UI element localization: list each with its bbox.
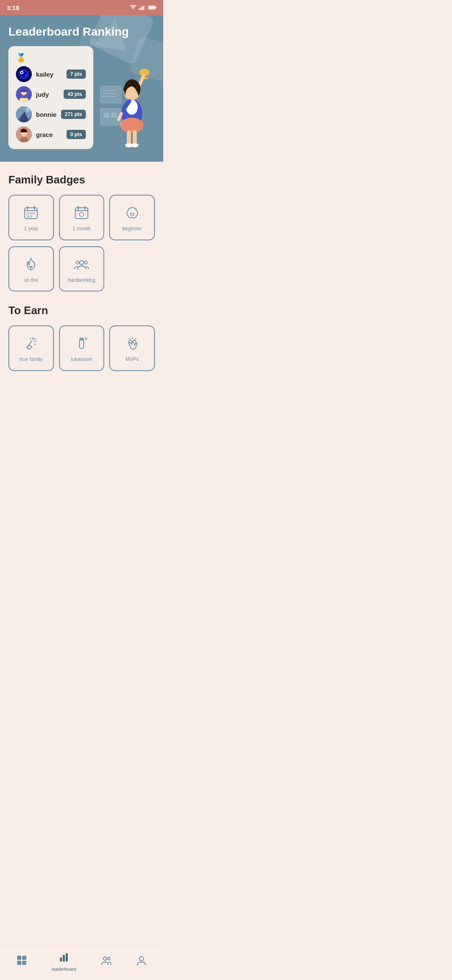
svg-point-12 (21, 72, 22, 72)
svg-line-79 (135, 338, 136, 339)
player-name-judy: judy (36, 91, 59, 98)
badge-1month[interactable]: 1 month (59, 195, 105, 240)
svg-point-73 (33, 338, 35, 339)
svg-rect-58 (75, 208, 88, 219)
crown-icon: 🏅 (16, 53, 86, 63)
svg-point-38 (131, 143, 139, 147)
leaderboard-card: 🏅 kailey 7 pts (8, 46, 93, 149)
paws-icon (74, 257, 89, 274)
svg-rect-57 (30, 215, 32, 217)
svg-line-78 (129, 338, 130, 339)
pts-bonnie: 271 pts (61, 110, 86, 119)
svg-rect-36 (133, 130, 137, 145)
svg-point-72 (35, 344, 36, 345)
svg-rect-53 (27, 212, 29, 214)
badge-hardworking[interactable]: hardworking (59, 246, 105, 292)
svg-rect-42 (100, 86, 121, 103)
party-icon (23, 336, 39, 353)
badge-truefamily-label: true family (20, 356, 43, 362)
svg-point-67 (84, 261, 87, 264)
leaderboard-title: Leaderboard Ranking (8, 25, 155, 39)
svg-rect-1 (141, 7, 142, 10)
calendar-year-icon (23, 205, 39, 222)
leaderboard-section: Leaderboard Ranking 🏅 kailey 7 pts (0, 15, 163, 162)
svg-rect-5 (156, 7, 157, 8)
badge-lukewarm[interactable]: lukewarm (59, 325, 105, 371)
family-badges-grid-row1: 1 year 1 month (8, 195, 155, 240)
badge-truefamily[interactable]: true family (8, 325, 54, 371)
pts-kailey: 7 pts (67, 70, 86, 79)
svg-rect-75 (80, 339, 84, 348)
wifi-icon (130, 5, 136, 10)
signal-icon (139, 5, 146, 10)
svg-rect-55 (33, 212, 35, 214)
leaderboard-row-bonnie: bonnie 271 pts (16, 106, 86, 122)
family-badges-grid-row2: on fire hardworking (8, 246, 155, 292)
status-icons (130, 5, 157, 10)
svg-point-64 (133, 213, 134, 214)
bottom-padding (8, 379, 155, 413)
avatar-judy (16, 86, 32, 102)
badge-1year[interactable]: 1 year (8, 195, 54, 240)
player-name-grace: grace (36, 131, 62, 138)
leaderboard-row-judy: judy 43 pts (16, 86, 86, 102)
fire-icon (23, 257, 39, 274)
badge-hardworking-label: hardworking (68, 277, 95, 283)
badge-onfire-label: on fire (24, 277, 38, 283)
badge-onfire[interactable]: on fire (8, 246, 54, 292)
status-time: 3:18 (7, 4, 19, 11)
svg-point-74 (36, 340, 37, 340)
svg-rect-6 (149, 7, 155, 9)
to-earn-title: To Earn (8, 304, 155, 317)
svg-rect-2 (142, 6, 144, 10)
svg-line-71 (30, 338, 31, 339)
svg-rect-0 (139, 8, 140, 10)
svg-point-34 (120, 118, 144, 133)
status-bar: 3:18 (0, 0, 163, 15)
avatar-kailey (16, 66, 32, 82)
svg-rect-48 (111, 113, 117, 118)
avatar-bonnie (16, 106, 32, 122)
badge-1month-label: 1 month (72, 226, 90, 232)
svg-point-63 (130, 213, 132, 214)
svg-rect-56 (27, 215, 29, 217)
clap-icon (125, 336, 140, 353)
badge-beginner[interactable]: beginner (109, 195, 155, 240)
svg-rect-16 (19, 98, 28, 102)
badge-lukewarm-label: lukewarm (71, 356, 92, 362)
family-badges-title: Family Badges (8, 173, 155, 186)
badge-beginner-label: beginner (122, 226, 142, 232)
player-name-bonnie: bonnie (36, 111, 57, 118)
pts-grace: 0 pts (67, 130, 86, 139)
pts-judy: 43 pts (64, 90, 86, 99)
svg-rect-35 (127, 130, 131, 145)
svg-point-65 (80, 260, 84, 265)
to-earn-grid: true family lukewarm (8, 325, 155, 371)
svg-line-69 (33, 339, 35, 340)
svg-rect-3 (144, 5, 145, 10)
calendar-month-icon (74, 205, 89, 222)
svg-rect-47 (103, 113, 110, 118)
poop-icon (125, 205, 140, 222)
main-content: Family Badges 1 year (0, 162, 163, 421)
svg-rect-26 (20, 137, 28, 142)
leaderboard-row-kailey: kailey 7 pts (16, 66, 86, 82)
badge-mvps[interactable]: MVPs (109, 325, 155, 371)
avatar-grace (16, 126, 32, 142)
badge-mvps-label: MVPs (126, 356, 139, 362)
illustration (90, 53, 164, 162)
svg-rect-54 (30, 212, 32, 214)
player-name-kailey: kailey (36, 71, 62, 78)
leaderboard-row-grace: grace 0 pts (16, 126, 86, 142)
svg-point-23 (26, 108, 30, 112)
svg-point-62 (80, 212, 84, 217)
svg-point-66 (76, 261, 79, 264)
svg-point-13 (25, 74, 27, 77)
thermos-icon (74, 336, 89, 353)
character-svg (98, 63, 157, 155)
battery-icon (148, 5, 157, 10)
svg-point-17 (23, 94, 25, 95)
badge-1year-label: 1 year (24, 226, 38, 232)
